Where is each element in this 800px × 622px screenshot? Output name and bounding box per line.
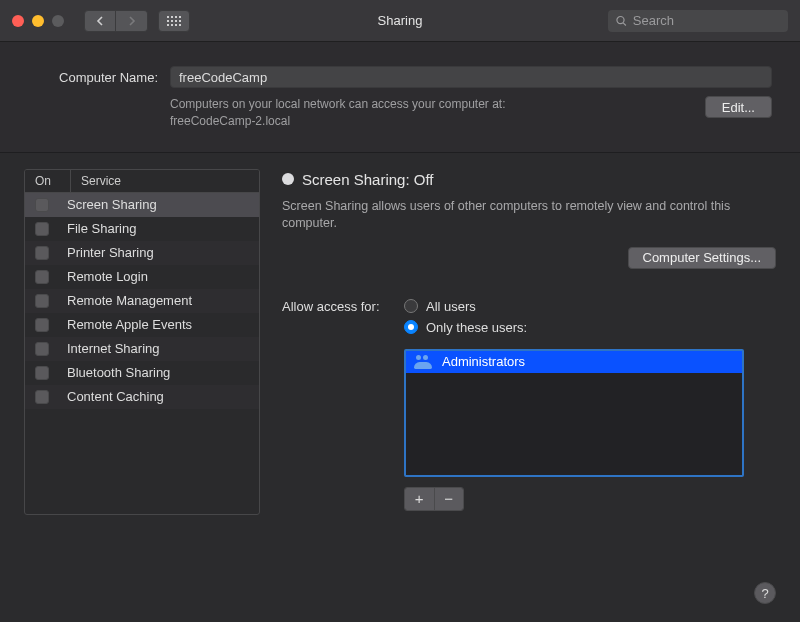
computer-settings-button[interactable]: Computer Settings...: [628, 247, 777, 269]
show-all-button[interactable]: [158, 10, 190, 32]
service-row-internet-sharing[interactable]: Internet Sharing: [25, 337, 259, 361]
radio-only-these-users[interactable]: Only these users:: [404, 320, 744, 335]
help-button[interactable]: ?: [754, 582, 776, 604]
service-label: Remote Apple Events: [67, 317, 192, 332]
svg-rect-4: [167, 20, 169, 22]
service-checkbox[interactable]: [35, 294, 49, 308]
service-row-remote-apple-events[interactable]: Remote Apple Events: [25, 313, 259, 337]
search-icon: [616, 15, 627, 27]
service-checkbox[interactable]: [35, 222, 49, 236]
access-label-text: Allow access for:: [282, 299, 394, 511]
service-checkbox[interactable]: [35, 246, 49, 260]
service-label: Remote Management: [67, 293, 192, 308]
desc-line1: Computers on your local network can acce…: [170, 97, 505, 111]
computer-name-description: Computers on your local network can acce…: [170, 96, 685, 130]
svg-point-12: [617, 16, 624, 23]
back-button[interactable]: [84, 10, 116, 32]
radio-icon: [404, 299, 418, 313]
user-label: Administrators: [442, 354, 525, 369]
chevron-left-icon: [96, 16, 104, 26]
svg-line-13: [623, 22, 626, 25]
zoom-window-button[interactable]: [52, 15, 64, 27]
nav-back-forward: [84, 10, 148, 32]
svg-rect-2: [175, 16, 177, 18]
service-checkbox[interactable]: [35, 390, 49, 404]
service-row-remote-login[interactable]: Remote Login: [25, 265, 259, 289]
svg-rect-8: [167, 24, 169, 26]
service-row-remote-management[interactable]: Remote Management: [25, 289, 259, 313]
svg-rect-1: [171, 16, 173, 18]
svg-rect-5: [171, 20, 173, 22]
service-label: File Sharing: [67, 221, 136, 236]
svg-rect-0: [167, 16, 169, 18]
svg-rect-7: [179, 20, 181, 22]
radio-all-users[interactable]: All users: [404, 299, 744, 314]
service-checkbox[interactable]: [35, 318, 49, 332]
chevron-right-icon: [128, 16, 136, 26]
user-row-administrators[interactable]: Administrators: [406, 351, 742, 373]
computer-name-input[interactable]: [170, 66, 772, 88]
computer-name-label: Computer Name:: [28, 70, 158, 85]
svg-rect-10: [175, 24, 177, 26]
svg-rect-11: [179, 24, 181, 26]
services-table: On Service Screen Sharing File Sharing P…: [24, 169, 260, 515]
radio-label: All users: [426, 299, 476, 314]
access-section: Allow access for: All users Only these u…: [282, 299, 776, 511]
service-label: Content Caching: [67, 389, 164, 404]
users-list[interactable]: Administrators: [404, 349, 744, 477]
service-row-file-sharing[interactable]: File Sharing: [25, 217, 259, 241]
service-label: Screen Sharing: [67, 197, 157, 212]
add-user-button[interactable]: +: [405, 488, 435, 510]
status-text: Screen Sharing: Off: [302, 171, 433, 188]
service-row-content-caching[interactable]: Content Caching: [25, 385, 259, 409]
svg-rect-9: [171, 24, 173, 26]
col-header-service[interactable]: Service: [71, 170, 259, 192]
minimize-window-button[interactable]: [32, 15, 44, 27]
service-checkbox[interactable]: [35, 198, 49, 212]
desc-line2: freeCodeCamp-2.local: [170, 114, 290, 128]
computer-name-section: Computer Name: Computers on your local n…: [0, 42, 800, 153]
edit-button[interactable]: Edit...: [705, 96, 772, 118]
search-field[interactable]: [608, 10, 788, 32]
service-row-bluetooth-sharing[interactable]: Bluetooth Sharing: [25, 361, 259, 385]
radio-label: Only these users:: [426, 320, 527, 335]
close-window-button[interactable]: [12, 15, 24, 27]
service-label: Internet Sharing: [67, 341, 160, 356]
forward-button[interactable]: [116, 10, 148, 32]
service-checkbox[interactable]: [35, 270, 49, 284]
remove-user-button[interactable]: −: [435, 488, 464, 510]
service-label: Printer Sharing: [67, 245, 154, 260]
service-row-printer-sharing[interactable]: Printer Sharing: [25, 241, 259, 265]
status-indicator-icon: [282, 173, 294, 185]
titlebar: Sharing: [0, 0, 800, 42]
search-input[interactable]: [633, 13, 780, 28]
service-detail: Screen Sharing: Off Screen Sharing allow…: [282, 169, 776, 515]
service-row-screen-sharing[interactable]: Screen Sharing: [25, 193, 259, 217]
users-group-icon: [414, 355, 432, 369]
service-label: Remote Login: [67, 269, 148, 284]
col-header-on[interactable]: On: [25, 170, 71, 192]
svg-rect-3: [179, 16, 181, 18]
radio-icon: [404, 320, 418, 334]
service-checkbox[interactable]: [35, 342, 49, 356]
window-controls: [12, 15, 64, 27]
service-status: Screen Sharing: Off: [282, 171, 776, 188]
service-checkbox[interactable]: [35, 366, 49, 380]
svg-rect-6: [175, 20, 177, 22]
grid-icon: [167, 16, 181, 26]
main-content: On Service Screen Sharing File Sharing P…: [0, 153, 800, 531]
services-table-header: On Service: [25, 170, 259, 193]
add-remove-box: + −: [404, 487, 464, 511]
service-label: Bluetooth Sharing: [67, 365, 170, 380]
service-description: Screen Sharing allows users of other com…: [282, 198, 776, 233]
